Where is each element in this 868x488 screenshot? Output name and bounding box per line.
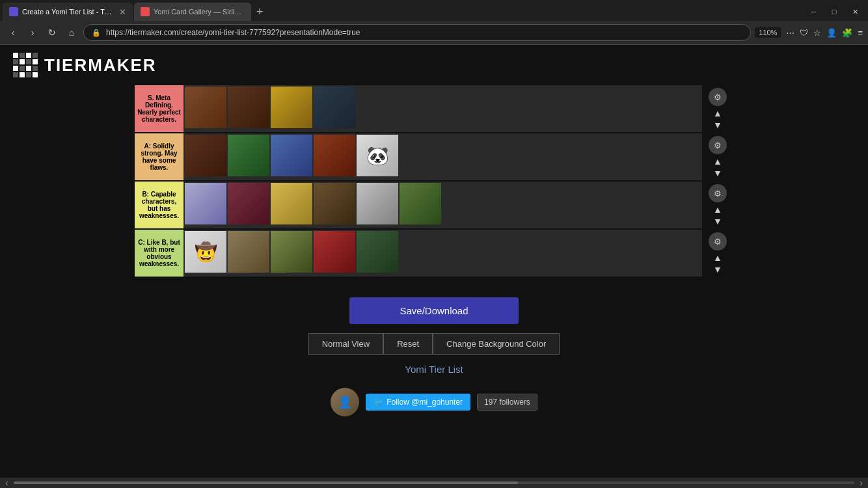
tab-active[interactable]: Create a Yomi Tier List - TierMa... ✕ — [3, 3, 133, 21]
address-text: https://tiermaker.com/create/yomi-tier-l… — [106, 28, 360, 37]
close-button[interactable]: ✕ — [845, 3, 865, 21]
tab-label-2: Yomi Card Gallery — Sirlin Ga... — [154, 8, 245, 16]
tier-row-s: S. Meta Defining. Nearly perfect charact… — [135, 85, 733, 132]
char-card[interactable] — [357, 231, 398, 273]
tier-down-button-b[interactable]: ▼ — [713, 217, 722, 226]
char-card[interactable] — [228, 135, 269, 176]
logo-cell — [13, 66, 18, 71]
logo-cell — [26, 66, 31, 71]
reset-button[interactable]: Reset — [383, 333, 433, 355]
char-card[interactable] — [271, 87, 312, 128]
char-card[interactable]: 🤠 — [185, 231, 226, 273]
tier-down-button-c[interactable]: ▼ — [713, 265, 722, 274]
logo-cell — [20, 66, 25, 71]
char-card[interactable] — [271, 135, 312, 176]
profile-icon[interactable]: 👤 — [826, 28, 837, 38]
char-card[interactable]: 🐼 — [357, 135, 398, 176]
save-download-button[interactable]: Save/Download — [349, 297, 519, 324]
tier-settings-button-s[interactable]: ⚙ — [709, 88, 727, 106]
tier-up-button-c[interactable]: ▲ — [713, 253, 722, 262]
forward-button[interactable]: › — [25, 25, 40, 40]
tab-bar: Create a Yomi Tier List - TierMa... ✕ Yo… — [0, 0, 868, 21]
char-card[interactable] — [400, 183, 441, 224]
tier-settings-button-c[interactable]: ⚙ — [709, 232, 727, 251]
tier-down-button-a[interactable]: ▼ — [713, 169, 722, 178]
logo-cell — [26, 72, 31, 77]
tier-label-s: S. Meta Defining. Nearly perfect charact… — [135, 85, 183, 132]
logo-cell — [20, 53, 25, 58]
nav-right-controls: 110% ⋯ 🛡 ☆ 👤 🧩 ≡ — [755, 27, 863, 38]
logo-cell — [33, 53, 38, 58]
tier-up-button-s[interactable]: ▲ — [713, 109, 722, 118]
tier-list-title[interactable]: Yomi Tier List — [405, 364, 463, 375]
page-content: TiERMaKeR S. Meta Defining. Nearly perfe… — [0, 45, 868, 488]
scrollbar-thumb[interactable] — [14, 481, 519, 484]
bookmark-icon[interactable]: ☆ — [813, 28, 821, 38]
lock-icon: 🔒 — [92, 29, 101, 37]
logo-cell — [20, 59, 25, 64]
back-button[interactable]: ‹ — [5, 25, 21, 40]
twitter-icon: 🐦 — [373, 398, 383, 407]
char-card[interactable] — [228, 183, 269, 224]
char-card[interactable] — [185, 87, 226, 128]
logo-text: TiERMaKeR — [44, 55, 157, 75]
minimize-button[interactable]: ─ — [803, 3, 824, 21]
char-card[interactable] — [314, 87, 355, 128]
char-card[interactable] — [314, 135, 355, 176]
char-image — [271, 231, 312, 273]
char-image — [271, 87, 312, 128]
address-bar[interactable]: 🔒 https://tiermaker.com/create/yomi-tier… — [83, 24, 751, 41]
char-card[interactable] — [228, 87, 269, 128]
followers-badge: 197 followers — [477, 394, 537, 411]
tier-table: S. Meta Defining. Nearly perfect charact… — [135, 85, 733, 278]
char-card[interactable] — [271, 183, 312, 224]
scroll-left-arrow[interactable]: ‹ — [5, 478, 8, 488]
extensions-puzzle-icon[interactable]: 🧩 — [842, 28, 852, 38]
tier-label-a: A: Solidly strong. May have some flaws. — [135, 133, 183, 180]
char-image — [314, 135, 355, 176]
scrollbar-container: ‹ › — [0, 478, 868, 488]
logo-cell — [20, 72, 25, 77]
tier-settings-button-a[interactable]: ⚙ — [709, 136, 727, 154]
action-buttons: Normal View Reset Change Background Colo… — [308, 333, 560, 355]
tier-up-button-a[interactable]: ▲ — [713, 157, 722, 166]
char-card[interactable] — [185, 135, 226, 176]
extensions-icon[interactable]: ⋯ — [786, 28, 794, 38]
restore-button[interactable]: □ — [824, 3, 845, 21]
char-card[interactable] — [228, 231, 269, 273]
tier-cards-s[interactable] — [183, 85, 702, 132]
char-card[interactable] — [314, 231, 355, 273]
follow-button[interactable]: 🐦 Follow @mi_gohunter — [366, 394, 470, 411]
char-card[interactable] — [357, 183, 398, 224]
tier-up-button-b[interactable]: ▲ — [713, 205, 722, 214]
reload-button[interactable]: ↻ — [44, 25, 60, 40]
change-bg-button[interactable]: Change Background Color — [433, 333, 560, 355]
char-image — [314, 231, 355, 273]
nav-bar: ‹ › ↻ ⌂ 🔒 https://tiermaker.com/create/y… — [0, 21, 868, 44]
char-image — [228, 87, 269, 128]
tier-controls-a: ⚙ ▲ ▼ — [702, 133, 733, 180]
scroll-right-arrow[interactable]: › — [860, 478, 863, 488]
logo-cell — [26, 59, 31, 64]
horizontal-scrollbar[interactable] — [14, 481, 855, 484]
char-card[interactable] — [271, 231, 312, 273]
logo-cell — [33, 66, 38, 71]
zoom-level: 110% — [755, 27, 781, 38]
tab-inactive[interactable]: Yomi Card Gallery — Sirlin Ga... — [134, 3, 251, 21]
tier-settings-button-b[interactable]: ⚙ — [709, 184, 727, 202]
tier-cards-a[interactable]: 🐼 — [183, 133, 702, 180]
char-card[interactable] — [185, 183, 226, 224]
tier-cards-b[interactable] — [183, 182, 702, 228]
char-card[interactable] — [314, 183, 355, 224]
logo-cell — [13, 72, 18, 77]
new-tab-button[interactable]: + — [252, 3, 267, 21]
tier-row-a: A: Solidly strong. May have some flaws. … — [135, 133, 733, 180]
bottom-controls: Save/Download Normal View Reset Change B… — [308, 297, 560, 375]
menu-icon[interactable]: ≡ — [858, 28, 863, 38]
tier-cards-c[interactable]: 🤠 — [183, 230, 702, 277]
normal-view-button[interactable]: Normal View — [308, 333, 383, 355]
char-image — [271, 183, 312, 224]
tier-down-button-s[interactable]: ▼ — [713, 120, 722, 129]
home-button[interactable]: ⌂ — [64, 25, 79, 40]
tab-close-1[interactable]: ✕ — [119, 7, 126, 17]
